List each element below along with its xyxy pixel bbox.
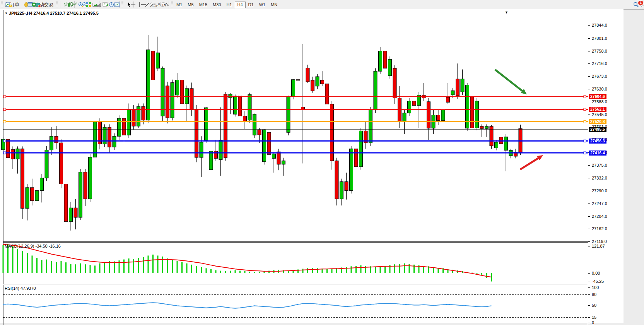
timeframe-button-m5[interactable]: M5	[185, 2, 196, 8]
candle	[11, 146, 15, 169]
rsi-axis-tick	[588, 317, 590, 318]
bull-candle-body	[461, 79, 464, 92]
candle	[200, 136, 203, 177]
bear-candle-body	[64, 184, 68, 222]
candle	[383, 48, 387, 71]
timeframe-button-m15[interactable]: M15	[196, 2, 210, 8]
hline-handle[interactable]	[584, 152, 586, 154]
panel-separator[interactable]	[3, 241, 588, 243]
timeframe-button-m1[interactable]: M1	[174, 2, 185, 8]
candle	[16, 146, 19, 173]
bull-candle-body	[209, 151, 213, 170]
bull-candle-body	[316, 77, 319, 86]
bull-candle-body	[485, 127, 489, 128]
timeframe-button-mn[interactable]: MN	[268, 2, 280, 8]
candle	[466, 83, 469, 131]
down-trend-arrow[interactable]	[495, 70, 527, 94]
rsi-panel[interactable]	[3, 285, 588, 325]
chat-button[interactable]: 1	[638, 2, 642, 8]
search-button[interactable]	[631, 2, 635, 8]
bull-candle-body	[69, 208, 73, 221]
hline-handle[interactable]	[584, 121, 586, 123]
candle	[301, 44, 305, 163]
main-price-panel[interactable]	[3, 19, 588, 241]
up-bounce-arrow[interactable]	[520, 155, 543, 169]
hline-handle[interactable]	[3, 121, 6, 123]
bull-candle-body	[89, 157, 92, 199]
bull-candle-body	[205, 108, 208, 140]
bull-candle-body	[171, 82, 174, 118]
bear-candle-body	[393, 68, 396, 98]
candle	[166, 82, 169, 123]
indicator-caret-icon[interactable]: ▼	[505, 10, 508, 14]
candle	[480, 124, 483, 137]
chart-title-text: JPN225-,H4 27416.4 27510.7 27416.1 27495…	[9, 11, 99, 15]
candle	[195, 105, 198, 162]
autotrading-button[interactable]: 自动交易	[33, 2, 55, 8]
bull-candle-body	[45, 150, 48, 178]
macd-axis-label: -45.25	[592, 279, 604, 284]
bull-candle-body	[287, 96, 290, 132]
cursor-button[interactable]	[124, 2, 128, 8]
bull-candle-body	[113, 136, 116, 147]
bear-candle-body	[21, 149, 24, 209]
rsi-axis-tick	[588, 287, 590, 288]
market-watch-icon-button[interactable]	[21, 2, 25, 8]
chat-badge: 1	[638, 0, 644, 5]
bear-candle-body	[277, 152, 280, 164]
candle	[238, 94, 242, 119]
hline-handle[interactable]	[3, 96, 6, 98]
hline-handle[interactable]	[584, 140, 586, 142]
timeframe-button-h4[interactable]: H4	[235, 2, 246, 8]
bear-candle-body	[456, 79, 460, 96]
candle	[55, 126, 58, 149]
timeframe-button-m30[interactable]: M30	[210, 2, 224, 8]
price-tick-label: 27758.0	[592, 49, 607, 53]
price-tick	[588, 25, 590, 26]
candle	[2, 137, 5, 152]
candle	[74, 199, 77, 229]
candle	[89, 154, 92, 202]
bear-candle-body	[132, 109, 135, 126]
candle	[132, 105, 135, 130]
bull-candle-body	[350, 149, 353, 191]
candle	[509, 149, 512, 159]
price-tick	[588, 76, 590, 77]
macd-panel[interactable]	[3, 243, 588, 284]
rsi-line	[3, 303, 492, 308]
bar-chart-icon-button[interactable]	[61, 2, 65, 8]
collapse-caret-icon[interactable]: ▼	[5, 12, 8, 15]
bear-candle-body	[383, 51, 387, 68]
bull-candle-body	[156, 53, 160, 68]
candle	[224, 92, 227, 161]
macd-axis-label: 0.00	[592, 271, 600, 275]
bull-candle-body	[272, 154, 276, 159]
rsi-axis-label: 50	[592, 303, 596, 308]
candle	[45, 146, 48, 181]
timeframe-button-d1[interactable]: D1	[246, 2, 256, 8]
candle	[388, 56, 392, 79]
candle	[151, 25, 155, 83]
hline-handle[interactable]	[584, 108, 586, 111]
timeframe-button-w1[interactable]: W1	[256, 2, 268, 8]
bull-candle-body	[185, 89, 189, 104]
hline-handle[interactable]	[3, 140, 6, 142]
candle	[321, 71, 324, 86]
hline-handle[interactable]	[584, 96, 586, 98]
rsi-axis-tick	[588, 294, 590, 295]
candle	[311, 77, 314, 93]
new-order-button[interactable]: 新订单	[3, 2, 21, 8]
candle	[514, 149, 518, 159]
candle	[427, 98, 430, 140]
timeframe-button-h1[interactable]: H1	[224, 2, 234, 8]
bear-candle-body	[470, 97, 474, 128]
bull-candle-body	[93, 121, 97, 157]
rsi-axis-label: 0	[592, 320, 594, 325]
price-tick-label: 27332.0	[592, 176, 607, 180]
bear-candle-body	[6, 139, 10, 158]
macd-signal-line	[3, 244, 492, 277]
hline-handle[interactable]	[3, 108, 6, 111]
hline-handle[interactable]	[3, 152, 6, 154]
candle	[408, 98, 411, 116]
bear-candle-body	[427, 102, 430, 128]
